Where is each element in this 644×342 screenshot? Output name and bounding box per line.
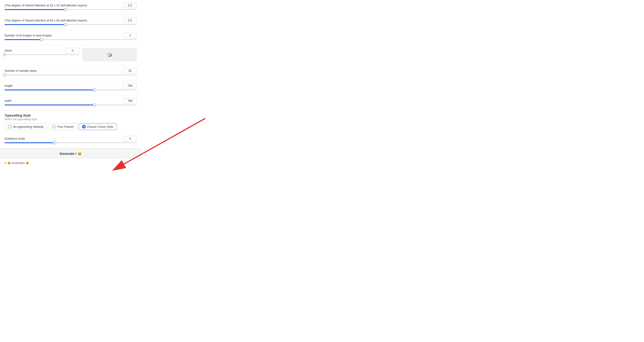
attention32-slider-track (4, 9, 137, 10)
height-slider-container (4, 89, 137, 91)
width-slider-fill (4, 105, 94, 105)
radio-no-typesetting-circle (8, 125, 12, 128)
attention64-slider-container (4, 24, 137, 25)
attention32-slider-thumb[interactable] (64, 8, 67, 11)
guidance-slider-thumb[interactable] (53, 141, 56, 144)
height-label: height (4, 84, 123, 87)
attention32-slider-fill (4, 9, 66, 10)
width-section: width (0, 95, 142, 110)
height-slider-track (4, 89, 137, 90)
sample-steps-slider-track (4, 74, 137, 75)
typesetting-radio-group: No typesetting (default) Four Pannel Cla… (4, 123, 137, 130)
sample-steps-slider-thumb[interactable] (3, 73, 6, 76)
radio-no-typesetting[interactable]: No typesetting (default) (4, 123, 47, 130)
num-id-section: Number of id images in total images (0, 30, 142, 45)
guidance-section: Guidance scale (0, 133, 142, 148)
attention32-value[interactable] (123, 3, 137, 8)
attention32-section: (The degree of Paired Attention at 32 x … (0, 0, 142, 15)
attention32-label: (The degree of Paired Attention at 32 x … (4, 4, 123, 7)
num-id-slider-thumb[interactable] (40, 38, 43, 41)
seed-section: Seed 🎲 (0, 45, 142, 65)
guidance-slider-fill (4, 142, 55, 143)
generate-button[interactable]: Generate ! 😺 (60, 152, 82, 156)
generate-bar: Generate ! 😺 (0, 148, 142, 159)
attention64-slider-thumb[interactable] (64, 23, 67, 26)
guidance-slider-track (4, 142, 137, 143)
seed-slider-thumb[interactable] (3, 53, 6, 56)
guidance-label: Guidance scale (4, 137, 123, 140)
seed-value[interactable] (66, 48, 79, 53)
width-label: width (4, 99, 123, 102)
sample-steps-value[interactable] (123, 68, 137, 73)
num-id-slider-fill (4, 39, 42, 40)
radio-classic-comic[interactable]: Classic Comic Style (79, 123, 117, 130)
examples-icon: ≡ (4, 161, 6, 165)
examples-label[interactable]: 😺 Examples 😺 (7, 161, 29, 165)
typesetting-title: Typesetting Style (4, 114, 137, 117)
num-id-slider-track (4, 39, 137, 40)
radio-classic-comic-circle (82, 125, 86, 128)
attention64-slider-track (4, 24, 137, 25)
num-id-slider-container (4, 39, 137, 40)
settings-panel: (The degree of Paired Attention at 32 x … (0, 0, 142, 342)
seed-label: Seed (4, 49, 66, 52)
height-value[interactable] (123, 83, 137, 88)
attention64-slider-fill (4, 24, 66, 25)
attention32-slider-container (4, 9, 137, 10)
height-section: height (0, 80, 142, 95)
guidance-slider-container (4, 142, 137, 144)
width-value[interactable] (123, 98, 137, 103)
radio-four-panel-label: Four Pannel (57, 125, 74, 128)
attention64-value[interactable] (123, 18, 137, 23)
sample-steps-section: Number of sample steps (0, 65, 142, 80)
num-id-value[interactable] (123, 33, 137, 38)
height-slider-fill (4, 89, 94, 90)
typesetting-section: Typesetting Style Select the typesetting… (0, 110, 142, 133)
width-slider-thumb[interactable] (93, 103, 96, 107)
width-slider-container (4, 104, 137, 106)
seed-preview: 🎲 (82, 48, 137, 61)
attention64-section: (The degree of Paired Attention at 64 x … (0, 15, 142, 30)
attention64-label: (The degree of Paired Attention at 64 x … (4, 19, 123, 22)
guidance-value[interactable] (123, 136, 137, 141)
seed-left: Seed (4, 48, 79, 57)
num-id-label: Number of id images in total images (4, 34, 123, 37)
sample-steps-label: Number of sample steps (4, 69, 123, 72)
seed-slider-track (4, 54, 79, 55)
radio-four-panel-circle (52, 125, 56, 128)
typesetting-subtitle: Select the typesetting style (4, 118, 137, 121)
radio-no-typesetting-label: No typesetting (default) (13, 125, 44, 128)
seed-slider-container (4, 54, 79, 55)
radio-classic-comic-label: Classic Comic Style (87, 125, 113, 128)
radio-four-panel[interactable]: Four Pannel (49, 123, 77, 130)
examples-row: ≡ 😺 Examples 😺 (0, 159, 142, 167)
seed-emoji: 🎲 (107, 52, 112, 57)
height-slider-thumb[interactable] (93, 88, 96, 92)
sample-steps-slider-container (4, 74, 137, 76)
width-slider-track (4, 105, 137, 105)
